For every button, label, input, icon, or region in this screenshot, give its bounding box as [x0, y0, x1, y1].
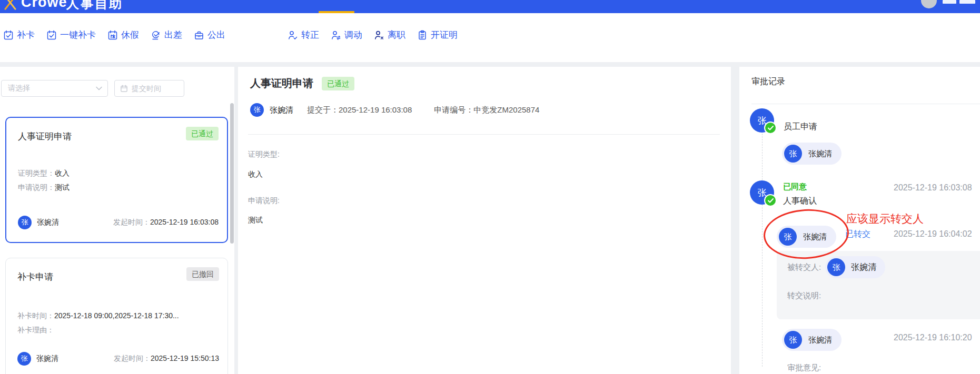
- request-list-panel: 请选择 人事证明申请 已通过 证明类型：收入 申请说明：测试 张 张婉清 发起时…: [0, 67, 234, 374]
- step-time: 2025-12-19 16:10:20: [894, 333, 972, 342]
- field-value: 测试: [55, 183, 70, 191]
- approved-check-icon: [765, 123, 776, 133]
- card-fields: 证明类型：收入 申请说明：测试: [18, 166, 70, 195]
- card-footer: 张 张婉清 发起时间：2025-12-19 16:03:08: [18, 216, 219, 229]
- user-name-fragment: [943, 0, 956, 4]
- request-type-select[interactable]: 请选择: [1, 80, 108, 97]
- request-card[interactable]: 人事证明申请 已通过 证明类型：收入 申请说明：测试 张 张婉清 发起时间：20…: [5, 117, 228, 243]
- toolbar-item-business-trip[interactable]: 出差: [151, 29, 182, 41]
- approval-title: 审批记录: [751, 76, 785, 87]
- timeline-line: [762, 115, 763, 367]
- transferee-row: 被转交人: 张 张婉清: [787, 256, 885, 278]
- user-check-icon: [288, 30, 298, 41]
- start-time: 发起时间：2025-12-19 16:03:08: [113, 218, 219, 227]
- user-name-fragment: [959, 0, 975, 4]
- avatar: 张: [779, 228, 797, 246]
- transfer-info-box: 被转交人: 张 张婉清 转交说明:: [777, 251, 980, 319]
- step-time: 2025-12-19 16:04:02: [894, 229, 972, 239]
- approved-check-icon: [765, 195, 776, 206]
- toolbar-item-leave[interactable]: 休假: [107, 29, 139, 41]
- field-label: 证明类型:: [248, 150, 280, 159]
- user-transfer-icon: [331, 30, 341, 41]
- avatar: 张: [250, 103, 264, 117]
- field-label: 证明类型：: [18, 169, 55, 177]
- field-label: 申请说明:: [248, 196, 280, 206]
- toolbar-item-transfer[interactable]: 调动: [331, 29, 362, 41]
- divider: [248, 134, 720, 135]
- field-value: 2025-12-18 09:00,2025-12-18 17:30...: [54, 311, 179, 320]
- status-badge: 已通过: [186, 127, 219, 140]
- person-chip: 张 张婉清: [825, 256, 885, 278]
- header-bar: Crowe 人事自助: [0, 0, 980, 13]
- brand-name: Crowe: [21, 0, 67, 11]
- applicant-name: 张婉清: [270, 105, 293, 115]
- person-name: 张婉清: [803, 232, 827, 242]
- user-leave-icon: [374, 30, 384, 41]
- toolbar-item-one-key-buka[interactable]: 一键补卡: [46, 29, 96, 41]
- briefcase-icon: [194, 30, 204, 41]
- avatar: 张: [827, 258, 845, 276]
- approval-record-panel: 审批记录 张 员工申请 张 张婉清 张 已同意 人事确认 2025-12-19 …: [739, 67, 980, 374]
- user-avatar[interactable]: [921, 0, 937, 8]
- step-time: 2025-12-19 16:03:08: [894, 183, 972, 193]
- brand-product-name: 人事自助: [66, 0, 123, 12]
- step-status: 已同意: [783, 182, 807, 192]
- submit-time-filter[interactable]: [114, 80, 184, 97]
- step-name: 员工申请: [784, 122, 817, 133]
- calendar-rest-icon: [107, 30, 118, 41]
- toolbar-item-official-out[interactable]: 公出: [194, 29, 225, 41]
- person-name: 张婉清: [808, 335, 832, 345]
- transfer-status: 已转交: [845, 229, 870, 240]
- status-badge: 已撤回: [186, 267, 219, 281]
- request-detail-panel: 人事证明申请 已通过 张 张婉清 提交于：2025-12-19 16:03:08…: [238, 67, 731, 374]
- avatar: 张: [17, 352, 31, 366]
- avatar: 张: [18, 216, 32, 229]
- annotation-text: 应该显示转交人: [846, 211, 924, 226]
- chevron-down-icon: [96, 86, 102, 90]
- quick-actions-toolbar: 补卡 一键补卡 休假 出差 公出 转正 调动 离职 开证明: [0, 13, 980, 62]
- person-name: 张婉清: [808, 149, 832, 159]
- field-label: 补卡理由：: [17, 326, 54, 334]
- applicant-name: 张婉清: [36, 354, 58, 363]
- transfer-note-label: 转交说明:: [787, 291, 821, 301]
- card-fields: 补卡时间：2025-12-18 09:00,2025-12-18 17:30..…: [17, 309, 179, 337]
- status-badge: 已通过: [322, 77, 354, 90]
- person-chip: 张 张婉清: [777, 226, 836, 248]
- avatar: 张: [784, 331, 802, 349]
- field-value: 收入: [248, 170, 263, 179]
- clipboard-icon: [417, 30, 428, 41]
- submit-time: 提交于：2025-12-19 16:03:08: [307, 105, 412, 115]
- submit-time-input[interactable]: [132, 84, 177, 93]
- detail-title: 人事证明申请: [250, 76, 313, 90]
- transfer-note-row: 转交说明:: [787, 291, 821, 301]
- badge-check-icon: [151, 30, 161, 41]
- avatar: 张: [784, 145, 802, 163]
- approval-opinion-label: 审批意见:: [787, 363, 821, 373]
- request-number: 申请编号：中竞发ZM2025874: [434, 105, 539, 115]
- toolbar-item-certificate[interactable]: 开证明: [417, 29, 458, 41]
- toolbar-item-buka[interactable]: 补卡: [3, 29, 35, 41]
- detail-header: 人事证明申请 已通过: [250, 76, 354, 90]
- calendar-icon: [120, 85, 128, 93]
- card-footer: 张 张婉清 发起时间：2025-12-19 15:50:13: [17, 352, 219, 366]
- field-label: 申请说明：: [18, 183, 55, 191]
- field-label: 补卡时间：: [17, 311, 54, 320]
- list-scrollbar[interactable]: [230, 103, 234, 244]
- person-chip: 张 张婉清: [782, 329, 842, 351]
- app-root: { "header": { "brand": "Crowe", "product…: [0, 0, 980, 374]
- field-value: 收入: [55, 169, 70, 177]
- detail-submit-row: 张 张婉清 提交于：2025-12-19 16:03:08 申请编号：中竞发ZM…: [250, 103, 539, 117]
- toolbar-item-regularization[interactable]: 转正: [288, 29, 319, 41]
- step-name: 人事确认: [783, 196, 817, 207]
- calendar-check-icon: [3, 30, 14, 41]
- select-placeholder: 请选择: [8, 84, 96, 93]
- field-value: 测试: [248, 216, 263, 225]
- applicant-name: 张婉清: [37, 218, 59, 227]
- divider: [751, 104, 980, 104]
- transferee-label: 被转交人:: [787, 262, 821, 272]
- request-card[interactable]: 补卡申请 已撤回 补卡时间：2025-12-18 09:00,2025-12-1…: [5, 258, 228, 374]
- start-time: 发起时间：2025-12-19 15:50:13: [114, 354, 219, 363]
- person-chip: 张 张婉清: [782, 143, 842, 165]
- brand-logo-icon: [1, 0, 19, 12]
- toolbar-item-resignation[interactable]: 离职: [374, 29, 405, 41]
